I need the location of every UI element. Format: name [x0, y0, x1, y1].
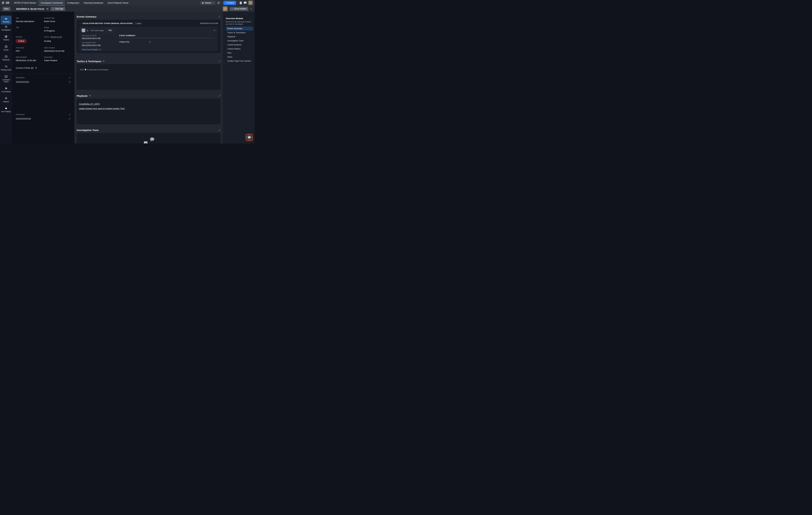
view-event-details-link[interactable]: View Event Details	[82, 49, 119, 51]
star-icon	[4, 107, 8, 110]
sidebar-item-timeline[interactable]: Timeline	[1, 35, 11, 41]
module-item-linked-incidents[interactable]: Linked Incidents	[226, 43, 253, 47]
assign-to-me-link[interactable]: (Assign to me)	[50, 36, 62, 38]
main-layout: Overview Investigation Timeline	[0, 12, 255, 144]
event-summary-table: EVENT SUMMARY Unique Key 1	[119, 35, 216, 51]
event-summary-row: Unique Key 1	[119, 41, 214, 43]
expand-icon[interactable]	[219, 60, 221, 62]
tactics-title: Tactics & Techniques	[77, 60, 102, 63]
d3-logo[interactable]: D3	[2, 1, 9, 4]
module-item-investigation-team[interactable]: Investigation Team	[226, 39, 253, 43]
module-item-linked-artifacts[interactable]: Linked Artifacts	[226, 47, 253, 51]
sidebar-item-link-analysis[interactable]: Link Analysis	[1, 87, 11, 93]
close-incident-button[interactable]: Close Incident	[229, 7, 248, 11]
d3-soar-app: D3 MITRE ATT&CK Monitor Investigation Da…	[0, 0, 255, 144]
edit-pencil-icon[interactable]	[69, 81, 71, 83]
field-title: Title -	[16, 26, 42, 32]
sidebar-item-key-findings[interactable]: Key Findings	[1, 107, 11, 113]
release-notes-button[interactable]	[239, 1, 242, 4]
nav-mitre-attack-monitor[interactable]: MITRE ATT&CK Monitor	[12, 0, 38, 6]
nav-investigation-dashboard[interactable]: Investigation Dashboard	[38, 0, 65, 6]
chat-button[interactable]	[243, 1, 247, 4]
event-type-badge	[82, 28, 85, 32]
event-card: 1 - No event type N/A Occurred on (UTC) …	[79, 26, 218, 51]
field-owner: Owner(Assign to me) di yang	[44, 36, 71, 43]
overview-content: Events Summary ESCALATION METHOD: DYANG …	[75, 12, 223, 144]
d3-logo-stripes-icon	[2, 1, 5, 4]
conclusion-value: 2222222222222	[16, 118, 31, 120]
field-site: Site Security Operations	[16, 17, 42, 23]
severity-badge[interactable]: Critical	[16, 39, 27, 43]
checklist-icon	[4, 65, 8, 68]
sidebar-item-command-centre[interactable]: Command Centre	[1, 75, 11, 83]
events-summary-header: Events Summary	[77, 15, 221, 18]
module-item-tactics-techniques[interactable]: Tactics & Techniques	[226, 31, 253, 35]
more-options-button[interactable]	[250, 7, 252, 10]
expand-icon[interactable]	[219, 95, 221, 97]
nav-configuration[interactable]: Configuration	[65, 0, 82, 6]
event-detail: Occurred on (UTC) 08/12/2024 09:21 PM La…	[82, 35, 216, 51]
kebab-menu-icon	[250, 7, 252, 10]
module-item-playbook[interactable]: Playbook	[226, 35, 253, 39]
expand-icon[interactable]	[69, 114, 71, 116]
nav-event-playbook-viewer[interactable]: Event Playbook Viewer	[106, 0, 131, 6]
sidebar-item-overview[interactable]: Overview	[1, 16, 11, 25]
add-tactics-button[interactable]: +	[103, 60, 105, 63]
chevron-up-icon[interactable]	[213, 29, 216, 32]
chevron-down-icon[interactable]	[79, 22, 81, 25]
site-selector[interactable]: Master	[200, 1, 215, 5]
event-type-text: No event type	[91, 29, 104, 32]
sidebar-item-pending-tasks[interactable]: Pending Tasks	[1, 65, 11, 71]
sidebar-item-playbooks[interactable]: Playbooks	[1, 55, 11, 61]
nav-reporting-dashboard[interactable]: Reporting Dashboard	[82, 0, 106, 6]
expand-icon[interactable]	[219, 129, 221, 131]
unique-key-value: 1	[149, 41, 150, 43]
module-item-events-summary[interactable]: Events Summary	[226, 27, 253, 31]
investigation-team-header: Investigation Team	[77, 129, 221, 131]
sidebar-item-artifacts[interactable]: Artifacts	[1, 97, 11, 103]
owner-avatar[interactable]	[223, 6, 228, 11]
share-icon	[46, 8, 49, 10]
add-playbook-button[interactable]: +	[89, 94, 91, 97]
chat-widget-button[interactable]	[246, 134, 253, 141]
occurred-value: 08/12/2024 09:21 PM	[82, 37, 119, 40]
event-group-header[interactable]: ESCALATION METHOD: DYANG (MANUAL ESCALAT…	[79, 22, 218, 25]
incident-bar-right: Close Incident	[223, 6, 252, 11]
events-summary-title: Events Summary	[77, 15, 96, 18]
sidebar-item-investigation[interactable]: Investigation	[1, 25, 11, 31]
module-item-incident-type-form-section[interactable]: Incident Type Form Section	[226, 59, 253, 63]
d3-logo-text: D3	[6, 1, 9, 4]
new-incident-button[interactable]: + Incident	[223, 1, 236, 5]
playbook-link[interactable]: update dynamic form value by incident nu…	[79, 108, 218, 110]
edit-tags-button[interactable]: Edit Tags	[51, 7, 65, 11]
occurred-label: Occurred on (UTC)	[82, 35, 119, 36]
last-update-label: Last update (UTC)	[82, 41, 119, 43]
info-button[interactable]	[217, 1, 220, 4]
edit-pencil-icon[interactable]	[69, 118, 71, 120]
incident-fields: Site Security Operations Incident Type B…	[16, 17, 71, 66]
overview-module-title: Overview Module	[226, 17, 253, 20]
globe-icon	[202, 2, 204, 4]
book-play-icon	[4, 55, 8, 58]
investigation-team-title: Investigation Team	[77, 129, 98, 131]
timeline-icon	[4, 35, 8, 38]
calendar-alert-icon	[4, 45, 8, 48]
pencil-icon	[53, 8, 54, 10]
user-avatar[interactable]	[248, 1, 253, 5]
expand-icon[interactable]	[219, 16, 221, 18]
playbook-link[interactable]: CrowdStrike_DT_10674	[79, 103, 218, 105]
event-index: 1 -	[87, 29, 89, 32]
playbook-header: Playbook +	[77, 94, 221, 97]
expand-icon[interactable]	[69, 77, 71, 79]
incident-sidebar: Overview Investigation Timeline	[0, 12, 12, 144]
module-item-notes[interactable]: Notes	[226, 55, 253, 59]
sidebar-item-events[interactable]: Events	[1, 45, 11, 51]
module-item-files[interactable]: Files	[226, 51, 253, 55]
share-button[interactable]	[46, 8, 49, 10]
back-button[interactable]: Back	[2, 7, 10, 11]
event-row[interactable]: 1 - No event type N/A	[82, 28, 216, 32]
cube-icon	[82, 29, 85, 32]
add-custom-field-button[interactable]: +	[35, 66, 37, 69]
external-link-icon	[99, 49, 101, 51]
fingerprint-icon	[4, 97, 8, 100]
